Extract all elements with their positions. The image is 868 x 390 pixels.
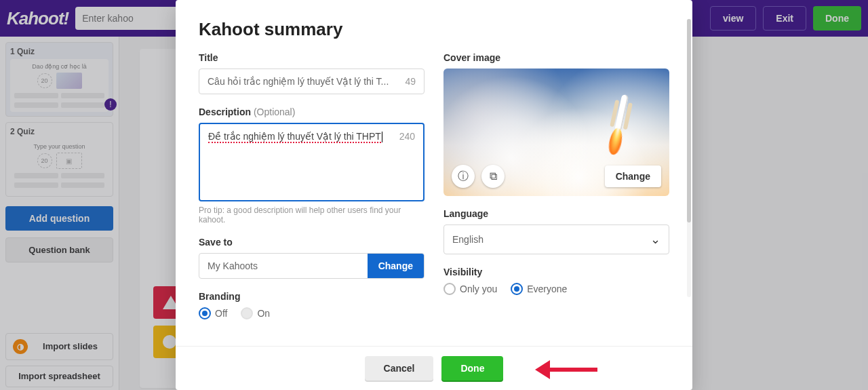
cover-image: ⓘ ⧉ Change (443, 69, 669, 196)
modal-overlay: Kahoot summary Title Câu hỏi trắc nghiệm… (0, 0, 868, 390)
language-value: English (452, 234, 484, 245)
description-char-count: 240 (399, 131, 415, 142)
cancel-button[interactable]: Cancel (365, 356, 434, 381)
visibility-only-you-radio[interactable]: Only you (443, 283, 497, 295)
cover-info-button[interactable]: ⓘ (452, 165, 475, 188)
crop-icon: ⧉ (490, 170, 497, 182)
cover-change-button[interactable]: Change (605, 165, 661, 187)
title-input[interactable]: Câu hỏi trắc nghiệm lý thuyết Vật lý thi… (199, 69, 425, 94)
dialog-title: Kahoot summary (199, 19, 669, 40)
branding-on-radio[interactable]: On (241, 307, 270, 319)
description-value: Đề trắc nghiệm lý thuyết Vật lý thi THPT (208, 131, 381, 143)
save-to-label: Save to (199, 237, 425, 248)
cover-crop-button[interactable]: ⧉ (481, 165, 505, 188)
language-select[interactable]: English ⌄ (443, 225, 669, 254)
title-char-count: 49 (405, 76, 416, 87)
done-button[interactable]: Done (441, 356, 503, 381)
dialog-scrollbar[interactable] (687, 19, 691, 297)
visibility-everyone-radio[interactable]: Everyone (511, 283, 567, 295)
save-to-change-button[interactable]: Change (368, 254, 424, 278)
save-to-value: My Kahoots (199, 254, 368, 278)
language-label: Language (443, 208, 669, 219)
description-textarea[interactable]: Đề trắc nghiệm lý thuyết Vật lý thi THPT… (199, 123, 425, 201)
save-to-field: My Kahoots Change (199, 253, 425, 279)
radio-dot-on-icon (511, 283, 523, 295)
branding-off-radio[interactable]: Off (199, 307, 227, 319)
title-value: Câu hỏi trắc nghiệm lý thuyết Vật lý thi… (208, 76, 389, 87)
info-icon: ⓘ (458, 170, 469, 184)
radio-dot-off-icon (443, 283, 456, 295)
annotation-arrow-icon (535, 360, 597, 379)
branding-label: Branding (199, 291, 425, 302)
visibility-label: Visibility (443, 267, 669, 277)
radio-dot-on-icon (199, 307, 211, 319)
cover-image-label: Cover image (443, 52, 669, 63)
description-optional: (Optional) (254, 106, 295, 117)
description-tip: Pro tip: a good description will help ot… (199, 206, 425, 225)
description-label: Description (199, 106, 251, 117)
summary-dialog: Kahoot summary Title Câu hỏi trắc nghiệm… (176, 0, 692, 390)
title-label: Title (199, 52, 425, 63)
chevron-down-icon: ⌄ (650, 232, 660, 247)
radio-dot-off-icon (241, 307, 253, 319)
dialog-footer: Cancel Done (176, 346, 692, 390)
